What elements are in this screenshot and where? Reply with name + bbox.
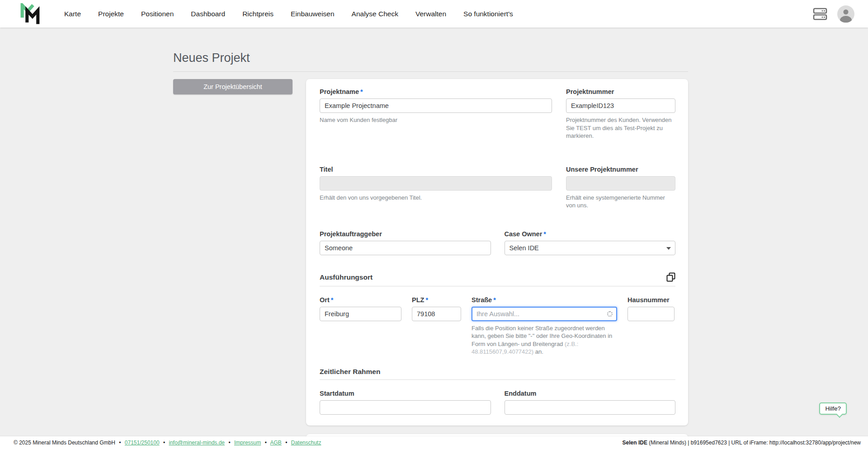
nav-item-verwalten[interactable]: Verwalten: [415, 10, 446, 18]
footer-bar: © 2025 Mineral Minds Deutschland GmbH • …: [0, 436, 868, 449]
case-owner-label: Case Owner*: [505, 230, 676, 238]
titel-input: [320, 176, 552, 191]
hausnummer-label: Hausnummer: [627, 296, 675, 304]
enddatum-label: Enddatum: [505, 390, 676, 397]
project-overview-button[interactable]: Zur Projektübersicht: [173, 79, 292, 94]
footer-session-details: (Mineral Minds) | b91695ed7623 | URL of …: [647, 440, 861, 446]
main-nav: Karte Projekte Positionen Dashboard Rich…: [64, 10, 513, 18]
nav-item-dashboard[interactable]: Dashboard: [191, 10, 225, 18]
footer-user-name: Selen IDE: [623, 440, 647, 446]
nav-item-so-funktionierts[interactable]: So funktioniert's: [463, 10, 513, 18]
help-button[interactable]: Hilfe?: [819, 402, 847, 415]
section-divider: [320, 379, 675, 380]
title-divider: [173, 71, 688, 72]
projektname-input[interactable]: [320, 98, 552, 113]
projektnummer-helper: Projektnummer des Kunden. Verwenden Sie …: [566, 116, 675, 140]
footer-separator: •: [265, 440, 267, 446]
strasse-label: Straße*: [472, 296, 617, 304]
unsere-projektnummer-label: Unsere Projektnummer: [566, 166, 675, 173]
required-asterisk: *: [425, 296, 428, 304]
nav-item-einbauweisen[interactable]: Einbauweisen: [291, 10, 335, 18]
projektnummer-label: Projektnummer: [566, 88, 675, 95]
footer-link-impressum[interactable]: Impressum: [234, 440, 261, 446]
required-asterisk: *: [331, 296, 334, 304]
project-form-card: Projektname* Name vom Kunden festlegbar …: [306, 79, 688, 426]
footer-link-email[interactable]: info@mineral-minds.de: [169, 440, 225, 446]
nav-item-karte[interactable]: Karte: [64, 10, 81, 18]
plz-label: PLZ*: [412, 296, 461, 304]
copy-icon[interactable]: [666, 272, 675, 282]
section-zeitlicher-rahmen: Zeitlicher Rahmen: [320, 368, 675, 376]
ort-label: Ort*: [320, 296, 401, 304]
required-asterisk: *: [493, 296, 496, 304]
strasse-input[interactable]: [472, 307, 617, 321]
help-button-label: Hilfe?: [825, 405, 841, 412]
footer-separator: •: [228, 440, 230, 446]
section-divider: [320, 286, 675, 286]
startdatum-input[interactable]: [320, 400, 491, 415]
footer-link-phone[interactable]: 07151/250100: [125, 440, 160, 446]
topbar-right-icons: [813, 5, 854, 23]
plz-input[interactable]: [412, 307, 461, 321]
nav-item-richtpreis[interactable]: Richtpreis: [242, 10, 274, 18]
server-stack-icon[interactable]: [813, 7, 828, 21]
required-asterisk: *: [543, 230, 546, 238]
case-owner-value: Selen IDE: [509, 244, 539, 252]
footer-separator: •: [285, 440, 287, 446]
required-asterisk: *: [360, 88, 363, 95]
nav-item-analyse-check[interactable]: Analyse Check: [352, 10, 398, 18]
projektnummer-input[interactable]: [566, 98, 675, 113]
projektauftraggeber-input[interactable]: [320, 241, 491, 255]
projektauftraggeber-label: Projektauftraggeber: [320, 230, 491, 238]
page-title: Neues Projekt: [173, 51, 688, 65]
projektname-helper: Name vom Kunden festlegbar: [320, 116, 552, 124]
footer-left: © 2025 Mineral Minds Deutschland GmbH • …: [14, 440, 321, 446]
strasse-helper: Falls die Position keiner Straße zugeord…: [472, 324, 617, 356]
footer-separator: •: [163, 440, 165, 446]
copyright-text: © 2025 Mineral Minds Deutschland GmbH: [14, 440, 115, 446]
nav-item-positionen[interactable]: Positionen: [141, 10, 174, 18]
projektname-label: Projektname*: [320, 88, 552, 95]
ort-input[interactable]: [320, 307, 401, 321]
unsere-projektnummer-input: [566, 176, 675, 191]
main-content-area: Neues Projekt Zur Projektübersicht Proje…: [0, 28, 868, 436]
footer-session-info: Selen IDE (Mineral Minds) | b91695ed7623…: [623, 440, 861, 446]
user-avatar-icon[interactable]: [837, 5, 854, 23]
chevron-down-icon: [666, 247, 671, 250]
loading-spinner-icon: [607, 311, 613, 317]
footer-link-agb[interactable]: AGB: [270, 440, 282, 446]
enddatum-input[interactable]: [505, 400, 676, 415]
top-navigation-bar: Karte Projekte Positionen Dashboard Rich…: [0, 0, 868, 28]
startdatum-label: Startdatum: [320, 390, 491, 397]
case-owner-select[interactable]: Selen IDE: [505, 241, 676, 255]
hausnummer-input[interactable]: [627, 307, 675, 321]
titel-helper: Erhält den von uns vorgegebenen Titel.: [320, 194, 552, 202]
unsere-projektnummer-helper: Erhält eine systemgenerierte Nummer von …: [566, 194, 675, 210]
footer-separator: •: [119, 440, 121, 446]
section-ausfuehrungsort: Ausführungsort: [320, 272, 675, 282]
nav-item-projekte[interactable]: Projekte: [98, 10, 124, 18]
titel-label: Titel: [320, 166, 552, 173]
mineral-minds-logo-icon[interactable]: [20, 2, 42, 26]
footer-link-datenschutz[interactable]: Datenschutz: [291, 440, 321, 446]
